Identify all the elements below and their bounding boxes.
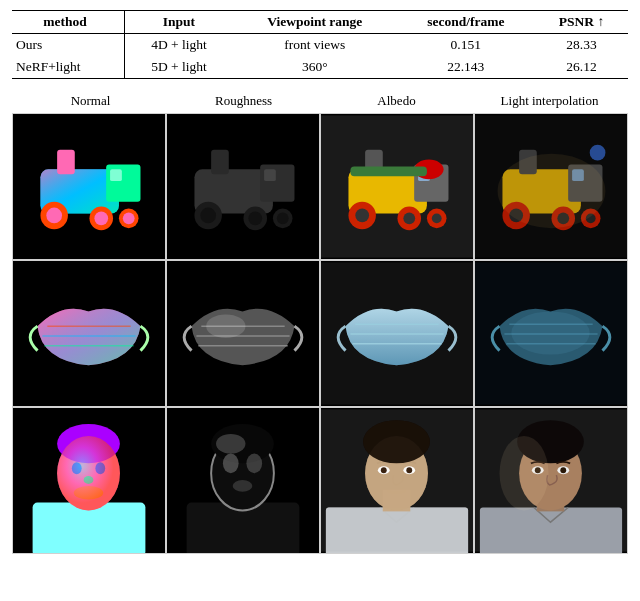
svg-point-48 <box>498 154 606 229</box>
svg-point-10 <box>123 212 135 224</box>
svg-point-49 <box>590 145 606 161</box>
col-header-spf: second/frame <box>397 11 535 34</box>
svg-rect-99 <box>326 507 468 553</box>
label-albedo: Albedo <box>320 93 473 109</box>
svg-point-28 <box>355 209 369 223</box>
cell-mask-albedo <box>321 261 473 406</box>
svg-rect-12 <box>110 169 122 181</box>
row2-input: 5D + light <box>125 56 233 79</box>
svg-point-59 <box>206 314 245 338</box>
svg-point-102 <box>363 420 430 463</box>
cell-mask-normal <box>13 261 165 406</box>
cell-mask-roughness <box>167 261 319 406</box>
cell-train-normal <box>13 114 165 259</box>
row1-input: 4D + light <box>125 34 233 57</box>
svg-point-85 <box>223 454 239 474</box>
comparison-table: method Input Viewpoint range second/fram… <box>12 10 628 79</box>
cell-person-light <box>475 408 627 553</box>
cell-train-light <box>475 114 627 259</box>
col-header-psnr: PSNR ↑ <box>535 11 628 34</box>
svg-rect-15 <box>211 150 229 175</box>
col-header-viewpoint: Viewpoint range <box>233 11 397 34</box>
svg-rect-4 <box>57 150 75 175</box>
svg-point-6 <box>46 208 62 224</box>
row1-psnr: 28.33 <box>535 34 628 57</box>
cell-mask-light <box>475 261 627 406</box>
cell-person-roughness <box>167 408 319 553</box>
row1-spf: 0.151 <box>397 34 535 57</box>
svg-point-30 <box>403 212 415 224</box>
row2-method: NeRF+light <box>12 56 125 79</box>
table-row: NeRF+light 5D + light 360° 22.143 26.12 <box>12 56 628 79</box>
image-grid-section: Normal Roughness Albedo Light interpolat… <box>12 93 628 554</box>
row2-spf: 22.143 <box>397 56 535 79</box>
row2-psnr: 26.12 <box>535 56 628 79</box>
svg-point-32 <box>432 213 442 223</box>
svg-point-116 <box>500 436 549 511</box>
svg-point-8 <box>94 212 108 226</box>
label-light: Light interpolation <box>473 93 626 109</box>
svg-point-21 <box>277 212 289 224</box>
svg-rect-108 <box>480 507 622 553</box>
svg-point-17 <box>200 208 216 224</box>
table-row: Ours 4D + light front views 0.151 28.33 <box>12 34 628 57</box>
row1-method: Ours <box>12 34 125 57</box>
svg-point-104 <box>381 467 387 473</box>
svg-point-88 <box>216 434 245 454</box>
cell-person-normal <box>13 408 165 553</box>
image-grid <box>12 113 628 554</box>
col-header-input: Input <box>125 11 233 34</box>
svg-point-19 <box>248 212 262 226</box>
label-roughness: Roughness <box>167 93 320 109</box>
row2-viewpoint: 360° <box>233 56 397 79</box>
svg-point-78 <box>57 436 120 511</box>
grid-labels: Normal Roughness Albedo Light interpolat… <box>12 93 628 109</box>
col-header-method: method <box>12 11 125 34</box>
svg-rect-36 <box>350 166 426 176</box>
cell-train-albedo <box>321 114 473 259</box>
svg-rect-23 <box>264 169 276 181</box>
label-normal: Normal <box>14 93 167 109</box>
svg-point-115 <box>560 467 566 473</box>
page-wrapper: method Input Viewpoint range second/fram… <box>0 0 640 562</box>
cell-person-albedo <box>321 408 473 553</box>
svg-point-106 <box>406 467 412 473</box>
cell-train-roughness <box>167 114 319 259</box>
svg-point-86 <box>246 454 262 474</box>
svg-point-68 <box>511 311 589 354</box>
svg-point-87 <box>233 480 253 492</box>
row1-viewpoint: front views <box>233 34 397 57</box>
